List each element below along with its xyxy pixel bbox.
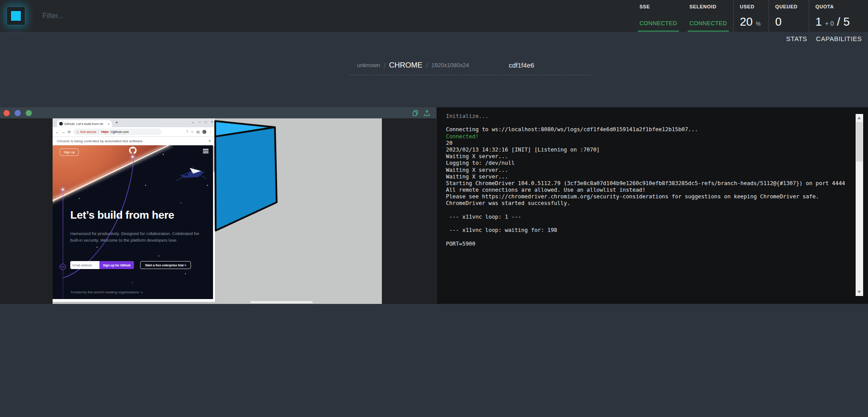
log-line: --- x11vnc loop: 1 --- (446, 214, 850, 220)
github-logo-icon[interactable] (129, 147, 137, 154)
code-icon: <> (60, 264, 66, 270)
log-scrollbar-thumb[interactable] (856, 122, 863, 162)
signup-top-button[interactable]: Sign up (60, 148, 79, 156)
tab-search-icon[interactable]: ⌄ (191, 120, 194, 124)
email-field[interactable] (70, 261, 99, 269)
log-line: Starting ChromeDriver 104.0.5112.79 (3cf… (446, 180, 850, 187)
maximize-icon[interactable]: □ (205, 120, 207, 124)
log-line (446, 234, 850, 240)
copy-icon[interactable] (412, 110, 419, 116)
addressbar-icons: ⤴ ☆ ▤ ⋮ (186, 130, 213, 134)
log-line: Connected! (446, 133, 850, 140)
view-tabs: STATS CAPABILITIES (786, 35, 862, 42)
share-icon[interactable]: ⤴ (186, 130, 188, 134)
selenoid-status: SELENOID CONNECTED (683, 0, 733, 32)
hamburger-menu-icon[interactable] (203, 149, 209, 155)
sse-connected-underline (638, 30, 679, 32)
selenoid-value: CONNECTED (689, 20, 727, 32)
tab-title: GitHub: Let’s build from he (64, 122, 106, 126)
used-label: USED (740, 4, 762, 9)
glow-dot (62, 189, 64, 190)
session-row[interactable]: unknown / CHROME / 1920x1080x24 cdf1f4e6 (349, 56, 591, 75)
glow-dot (132, 156, 133, 158)
log-scrollbar[interactable] (856, 114, 863, 296)
quota-label: QUOTA (815, 4, 862, 9)
minimize-dot-button[interactable] (15, 110, 21, 116)
scroll-down-arrow-icon[interactable] (857, 291, 861, 293)
used-number: 20 (740, 15, 753, 28)
trusted-text: Trusted by the world’s leading organizat… (70, 290, 143, 294)
chrome-window: GitHub: Let’s build from he × + ⌄ – □ × … (53, 118, 215, 302)
log-line (446, 120, 850, 126)
browser-menu-icon[interactable]: ⋮ (209, 130, 213, 134)
log-output: Initialize... Connecting to ws://localho… (446, 113, 850, 247)
sse-status: SSE CONNECTED (633, 0, 683, 32)
tab-capabilities[interactable]: CAPABILITIES (816, 35, 862, 42)
session-browser: CHROME (389, 61, 423, 70)
log-line: Waiting X server... (446, 167, 850, 174)
url-omnibox[interactable]: ⚠ Not secure https://github.com (73, 129, 162, 135)
signup-for-github-button[interactable]: Sign up for GitHub (99, 261, 134, 269)
new-tab-button[interactable]: + (115, 121, 118, 125)
queued-label: QUEUED (775, 4, 803, 9)
upload-icon[interactable] (424, 110, 430, 116)
vnc-titlebar-icons (412, 110, 436, 116)
side-panel-icon[interactable]: ▤ (196, 130, 200, 134)
automation-infobar: Chrome is being controlled by automated … (53, 137, 215, 145)
selenoid-logo-square (11, 11, 21, 21)
not-secure-warning-icon: ⚠ (76, 130, 79, 134)
back-icon[interactable]: ← (55, 130, 59, 134)
tab-stats[interactable]: STATS (786, 35, 807, 42)
filter-input[interactable] (42, 0, 228, 32)
log-line: Connecting to ws://localhost:8080/ws/log… (446, 126, 850, 133)
not-secure-label: Not secure (80, 130, 96, 134)
session-separator: / (426, 61, 428, 69)
log-line (446, 220, 850, 227)
queued-status: QUEUED 0 (769, 0, 809, 32)
status-group: SSE CONNECTED SELENOID CONNECTED USED 20… (633, 0, 868, 32)
url-scheme: https (101, 130, 108, 134)
quota-total: / 5 (837, 15, 850, 28)
sse-value: CONNECTED (640, 20, 677, 32)
forward-icon[interactable]: → (61, 130, 65, 134)
url-host: ://github.com (110, 130, 129, 134)
browser-tab[interactable]: GitHub: Let’s build from he × (57, 120, 112, 127)
log-line: Logging to: /dev/null (446, 160, 850, 167)
minimize-icon[interactable]: – (198, 120, 201, 124)
log-line: All remote connections are allowed. Use … (446, 187, 850, 193)
chrome-addressbar: ← → ⟳ ⚠ Not secure https://github.com ⤴ … (53, 127, 215, 137)
log-line: Waiting X server... (446, 174, 850, 180)
blue-3d-box-graphic (214, 119, 279, 233)
session-log-panel: Initialize... Connecting to ws://localho… (437, 107, 868, 304)
enterprise-trial-button[interactable]: Start a free enterprise trial > (140, 261, 191, 269)
session-name: unknown (357, 62, 380, 68)
fullscreen-dot-button[interactable] (26, 110, 32, 116)
close-dot-button[interactable] (4, 110, 10, 116)
selenoid-ui: { "header": { "filter_placeholder": "Fil… (0, 0, 868, 417)
vnc-screen[interactable]: GitHub: Let’s build from he × + ⌄ – □ × … (53, 118, 382, 304)
scroll-up-arrow-icon[interactable] (857, 117, 861, 119)
log-line: 20 (446, 140, 850, 147)
close-icon[interactable]: × (211, 120, 213, 124)
profile-avatar[interactable] (202, 130, 206, 134)
selenoid-label: SELENOID (689, 4, 727, 9)
session-id: cdf1f4e6 (509, 61, 534, 69)
vnc-panel: GitHub: Let’s build from he × + ⌄ – □ × … (0, 107, 436, 304)
log-line (446, 207, 850, 214)
log-line: ChromeDriver was started successfully. (446, 200, 850, 207)
used-value: 20 % (740, 16, 762, 32)
session-separator: / (384, 61, 385, 69)
selenoid-logo[interactable] (7, 7, 25, 25)
sse-label: SSE (640, 4, 677, 9)
session-resolution: 1920x1080x24 (431, 62, 469, 68)
signup-form: Sign up for GitHub Start a free enterpri… (70, 261, 191, 269)
selenoid-connected-underline (688, 30, 729, 32)
reload-icon[interactable]: ⟳ (68, 130, 71, 134)
copilot-spaceship-graphic (175, 164, 210, 182)
used-unit: % (756, 21, 761, 27)
infobar-close-icon[interactable]: × (209, 139, 211, 143)
desktop-status-strip (250, 301, 313, 303)
quota-current: 1 (815, 15, 822, 28)
bookmark-star-icon[interactable]: ☆ (190, 130, 194, 134)
tab-close-icon[interactable]: × (107, 122, 110, 126)
